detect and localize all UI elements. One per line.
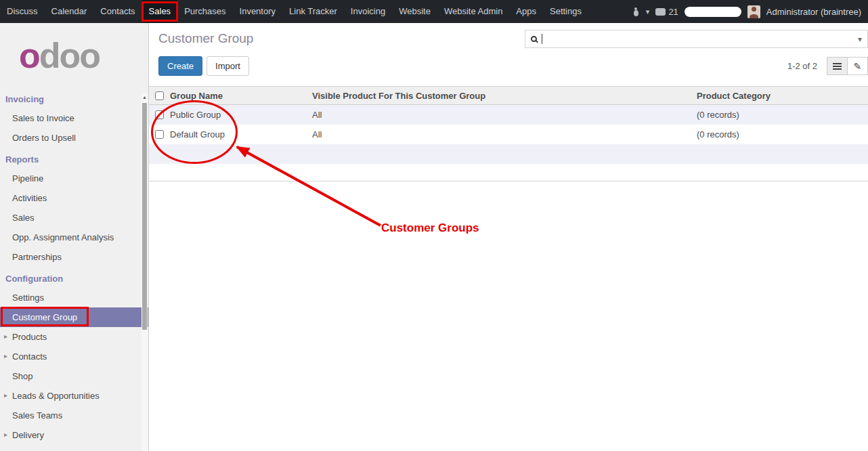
table-row[interactable]: Default Group All (0 records)	[149, 125, 868, 144]
sidebar: odoo Invoicing Sales to Invoice Orders t…	[0, 23, 149, 451]
header-checkbox-cell	[149, 91, 170, 100]
menu-website-admin[interactable]: Website Admin	[437, 0, 509, 23]
action-buttons: Create Import	[158, 56, 249, 76]
topbar: Discuss Calendar Contacts Sales Purchase…	[0, 0, 868, 23]
sidebar-item-orders-to-upsell[interactable]: Orders to Upsell	[0, 128, 148, 148]
sidebar-item-contacts[interactable]: ▸ Contacts	[0, 347, 148, 366]
scroll-up-icon[interactable]: ▲	[142, 95, 148, 100]
sidebar-item-settings[interactable]: Settings	[0, 288, 148, 307]
sidebar-item-opp-assignment-analysis[interactable]: Opp. Assignment Analysis	[0, 228, 148, 247]
main-content: Customer Group ▾ Create Import 1-2 of 2 …	[149, 23, 868, 451]
page-title: Customer Group	[158, 31, 253, 46]
pager-text: 1-2 of 2	[787, 61, 817, 71]
menu-calendar[interactable]: Calendar	[45, 0, 94, 23]
column-visible-product[interactable]: Visible Product For This Customer Group	[312, 91, 697, 101]
section-configuration: Configuration	[0, 269, 148, 288]
table-footer	[149, 164, 868, 181]
empty-row	[149, 144, 868, 164]
row-checkbox-cell	[149, 110, 170, 119]
menu-website[interactable]: Website	[392, 0, 437, 23]
logo-rest: doo	[39, 36, 100, 75]
search-caret-icon[interactable]: ▾	[854, 35, 862, 44]
list-view: Group Name Visible Product For This Cust…	[149, 86, 868, 181]
sidebar-item-leads-opportunities[interactable]: ▸ Leads & Opportunities	[0, 386, 148, 406]
sidebar-item-sales-teams[interactable]: Sales Teams	[0, 406, 148, 425]
create-button[interactable]: Create	[158, 56, 202, 76]
pager-area: 1-2 of 2 ✎	[787, 57, 868, 75]
topbar-right: ▾ 21 Administrator (braintree)	[632, 0, 868, 23]
sidebar-item-pipeline[interactable]: Pipeline	[0, 169, 148, 188]
sidebar-item-products-label: Products	[12, 332, 47, 342]
cell-product-category: (0 records)	[697, 129, 868, 139]
list-view-button[interactable]	[827, 57, 848, 75]
list-view-icon	[833, 63, 842, 70]
menu-sales[interactable]: Sales	[142, 0, 178, 23]
user-menu[interactable]: Administrator (braintree)	[766, 7, 861, 17]
menu-settings[interactable]: Settings	[543, 0, 588, 23]
debug-caret-icon[interactable]: ▾	[646, 0, 650, 23]
sidebar-item-sales[interactable]: Sales	[0, 208, 148, 228]
section-invoicing: Invoicing	[0, 89, 148, 108]
column-group-name[interactable]: Group Name	[170, 91, 312, 101]
menu-inventory[interactable]: Inventory	[233, 0, 282, 23]
expand-triangle-icon: ▸	[4, 352, 7, 360]
menu-purchases[interactable]: Purchases	[177, 0, 232, 23]
menu-invoicing[interactable]: Invoicing	[344, 0, 392, 23]
edit-view-button[interactable]: ✎	[847, 57, 868, 75]
cell-visible-product: All	[312, 110, 697, 120]
import-button[interactable]: Import	[207, 56, 249, 76]
edit-pencil-icon: ✎	[854, 62, 862, 71]
sidebar-item-activities[interactable]: Activities	[0, 188, 148, 208]
search-bar[interactable]: ▾	[525, 30, 868, 48]
chat-bubble-icon	[655, 8, 666, 16]
row-checkbox-cell	[149, 130, 170, 139]
column-product-category[interactable]: Product Category	[697, 91, 868, 101]
messages-indicator[interactable]: 21	[655, 7, 678, 17]
cell-visible-product: All	[312, 129, 697, 139]
sidebar-item-contacts-label: Contacts	[12, 351, 47, 362]
menu-apps[interactable]: Apps	[509, 0, 543, 23]
menu-link-tracker[interactable]: Link Tracker	[282, 0, 344, 23]
sidebar-item-delivery-label: Delivery	[12, 430, 44, 440]
odoo-logo: odoo	[0, 23, 148, 89]
menu-sales-label: Sales	[149, 6, 171, 16]
cell-group-name: Public Group	[170, 110, 312, 120]
sidebar-item-sales-to-invoice[interactable]: Sales to Invoice	[0, 108, 148, 128]
sidebar-item-partnerships[interactable]: Partnerships	[0, 247, 148, 267]
table-row[interactable]: Public Group All (0 records)	[149, 105, 868, 125]
sidebar-item-customer-group-label: Customer Group	[12, 312, 77, 322]
search-input[interactable]	[544, 33, 854, 45]
table-header: Group Name Visible Product For This Cust…	[149, 86, 868, 105]
menu-discuss[interactable]: Discuss	[0, 0, 45, 23]
sidebar-item-shop[interactable]: Shop	[0, 366, 148, 386]
search-icon	[531, 36, 537, 42]
select-all-checkbox[interactable]	[155, 91, 164, 100]
expand-triangle-icon: ▸	[4, 431, 7, 438]
row-checkbox[interactable]	[155, 130, 164, 139]
section-reports: Reports	[0, 150, 148, 169]
messages-count: 21	[668, 7, 678, 17]
sidebar-item-products[interactable]: ▸ Products	[0, 327, 148, 347]
sidebar-item-delivery[interactable]: ▸ Delivery	[0, 425, 148, 445]
menu-contacts[interactable]: Contacts	[93, 0, 142, 23]
debug-bug-icon[interactable]	[632, 7, 640, 16]
expand-triangle-icon: ▸	[4, 332, 7, 340]
app-window: Discuss Calendar Contacts Sales Purchase…	[0, 0, 868, 451]
cell-group-name: Default Group	[170, 129, 312, 139]
logo-letter: o	[19, 36, 39, 75]
sidebar-nav: Invoicing Sales to Invoice Orders to Ups…	[0, 89, 148, 445]
cell-product-category: (0 records)	[697, 110, 868, 120]
text-cursor	[542, 34, 542, 44]
sidebar-item-leads-opportunities-label: Leads & Opportunities	[12, 391, 100, 401]
avatar[interactable]	[747, 5, 760, 18]
status-pill	[685, 7, 741, 17]
row-checkbox[interactable]	[155, 110, 164, 119]
expand-triangle-icon: ▸	[4, 391, 7, 399]
bug-body	[634, 10, 638, 16]
sidebar-item-customer-group[interactable]: Customer Group	[0, 307, 148, 327]
sidebar-scrollbar[interactable]: ▲	[142, 93, 148, 451]
bug-head	[634, 7, 637, 10]
scrollbar-thumb[interactable]	[142, 103, 147, 330]
